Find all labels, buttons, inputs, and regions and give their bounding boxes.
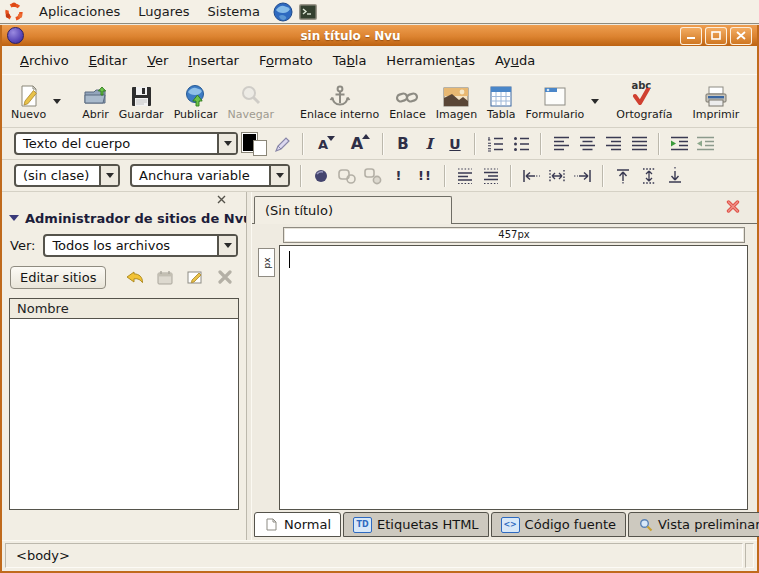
- rename-icon[interactable]: [185, 268, 204, 287]
- collapse-triangle-icon[interactable]: [9, 215, 19, 221]
- chevron-down-icon[interactable]: [99, 166, 118, 185]
- toolbar-ortografia-button[interactable]: abc Ortografía: [611, 79, 677, 123]
- edit-sites-button[interactable]: Editar sitios: [10, 266, 106, 289]
- valign-bottom-button[interactable]: [478, 163, 504, 189]
- remove-x-icon[interactable]: [215, 268, 234, 287]
- new-site-icon[interactable]: [155, 268, 174, 287]
- maximize-button[interactable]: [705, 27, 727, 45]
- blank-page-icon: [264, 518, 279, 532]
- align-center-icon: [578, 135, 597, 152]
- tab-vista-preliminar[interactable]: Vista preliminar: [628, 512, 759, 537]
- menu-editar[interactable]: Editar: [79, 46, 138, 74]
- globe-partial-icon[interactable]: [245, 268, 246, 287]
- italic-button[interactable]: I: [416, 131, 442, 157]
- snap-center-h-button[interactable]: [544, 163, 570, 189]
- increase-font-button[interactable]: A: [344, 131, 370, 157]
- formulario-dropdown-arrow[interactable]: [589, 81, 601, 121]
- snap-left-button[interactable]: [518, 163, 544, 189]
- sidebar-close-icon[interactable]: [217, 195, 226, 204]
- editor-area: (Sin título) 457px: [252, 192, 757, 540]
- view-mode-tabs: Normal TD Etiquetas HTML <> Código fuent…: [252, 510, 757, 540]
- menu-tabla[interactable]: Tabla: [323, 46, 377, 74]
- ubuntu-logo-icon[interactable]: [4, 2, 24, 22]
- editing-canvas[interactable]: [279, 245, 748, 510]
- view-filter-select[interactable]: Todos los archivos: [43, 234, 238, 257]
- titlebar[interactable]: sin título - Nvu: [2, 25, 757, 46]
- menu-formato[interactable]: Formato: [249, 46, 323, 74]
- vertical-ruler[interactable]: px: [258, 248, 275, 277]
- bullet-list-button[interactable]: [508, 131, 534, 157]
- background-color-swatch[interactable]: [253, 140, 267, 156]
- chevron-down-icon[interactable]: [269, 166, 288, 185]
- exclamation-button[interactable]: !: [386, 163, 412, 189]
- align-left-button[interactable]: [548, 131, 574, 157]
- panel-menu-lugares[interactable]: Lugares: [129, 0, 198, 24]
- horizontal-ruler[interactable]: 457px: [283, 227, 745, 243]
- tab-codigo-fuente[interactable]: <> Código fuente: [491, 512, 626, 537]
- double-exclamation-button[interactable]: !!: [412, 163, 438, 189]
- underline-button[interactable]: U: [442, 131, 468, 157]
- menu-ver[interactable]: Ver: [137, 46, 178, 74]
- toolbar-imagen-button[interactable]: Imagen: [431, 79, 482, 123]
- nuevo-dropdown-arrow[interactable]: [51, 81, 63, 121]
- chevron-down-icon[interactable]: [217, 134, 236, 153]
- valign-top-button[interactable]: [452, 163, 478, 189]
- layer-button[interactable]: [308, 163, 334, 189]
- tab-etiquetas-html[interactable]: TD Etiquetas HTML: [343, 512, 489, 537]
- css-class-select[interactable]: (sin clase): [14, 164, 120, 187]
- browser-launcher-icon[interactable]: [273, 1, 294, 22]
- bold-button[interactable]: B: [390, 131, 416, 157]
- text-color-picker[interactable]: [240, 131, 270, 157]
- menu-herramientas[interactable]: Herramientas: [376, 46, 485, 74]
- layout-width-select[interactable]: Anchura variable: [130, 164, 290, 187]
- align-justify-button[interactable]: [626, 131, 652, 157]
- toolbar-imprimir-button[interactable]: Imprimir: [687, 79, 744, 123]
- snap-right-button[interactable]: [570, 163, 596, 189]
- align-center-button[interactable]: [574, 131, 600, 157]
- align-right-button[interactable]: [600, 131, 626, 157]
- panel-menu-sistema[interactable]: Sistema: [199, 0, 269, 24]
- panel-menu-aplicaciones[interactable]: Aplicaciones: [30, 0, 129, 24]
- snap-center-v-button[interactable]: [636, 163, 662, 189]
- paragraph-format-select[interactable]: Texto del cuerpo: [14, 132, 238, 155]
- toolbar-abrir-button[interactable]: Abrir: [77, 79, 114, 123]
- site-list-header[interactable]: Nombre: [9, 298, 239, 319]
- minimize-button[interactable]: [680, 27, 702, 45]
- outdent-icon: [695, 135, 716, 152]
- element-path[interactable]: <body>: [5, 543, 743, 568]
- document-tab[interactable]: (Sin título): [254, 196, 452, 224]
- valign-top-icon: [456, 167, 474, 185]
- toolbar-guardar-button[interactable]: Guardar: [114, 79, 169, 123]
- chevron-down-icon[interactable]: [217, 236, 236, 255]
- menu-archivo[interactable]: Archivo: [10, 46, 79, 74]
- snap-top-icon: [615, 167, 631, 185]
- indent-button[interactable]: [666, 131, 692, 157]
- terminal-launcher-icon[interactable]: [298, 1, 319, 22]
- site-list-body[interactable]: [9, 319, 239, 510]
- snap-bottom-button[interactable]: [662, 163, 688, 189]
- close-tab-icon[interactable]: [725, 198, 741, 214]
- numbered-list-button[interactable]: [482, 131, 508, 157]
- resize-grip[interactable]: [745, 543, 754, 568]
- highlight-color-button[interactable]: [270, 131, 296, 157]
- sidebar-title-row[interactable]: Administrador de sitios de Nvu: [2, 207, 246, 229]
- toolbar-enlace-button[interactable]: Enlace: [384, 79, 431, 123]
- menu-ayuda[interactable]: Ayuda: [485, 46, 545, 74]
- back-arrow-icon[interactable]: [125, 268, 144, 287]
- tab-normal[interactable]: Normal: [254, 512, 341, 537]
- close-button[interactable]: [730, 27, 752, 45]
- ungroup-button[interactable]: [360, 163, 386, 189]
- toolbar-navegar-button[interactable]: Navegar: [222, 79, 279, 123]
- outdent-button[interactable]: [692, 131, 718, 157]
- toolbar-enlace-interno-button[interactable]: Enlace interno: [295, 79, 384, 123]
- form-icon: [542, 82, 568, 108]
- toolbar-nuevo-button[interactable]: Nuevo: [6, 79, 51, 123]
- snap-top-button[interactable]: [610, 163, 636, 189]
- group-button[interactable]: [334, 163, 360, 189]
- menu-insertar[interactable]: Insertar: [178, 46, 249, 74]
- new-document-icon: [17, 82, 41, 108]
- toolbar-formulario-button[interactable]: Formulario: [521, 79, 590, 123]
- decrease-font-button[interactable]: A: [310, 131, 336, 157]
- toolbar-tabla-button[interactable]: Tabla: [482, 79, 520, 123]
- toolbar-publicar-button[interactable]: Publicar: [169, 79, 223, 123]
